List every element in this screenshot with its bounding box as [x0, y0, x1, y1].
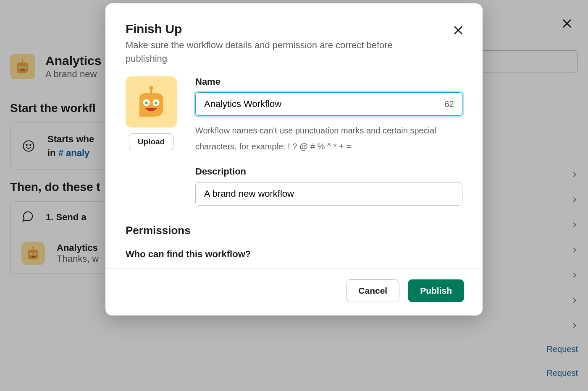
upload-icon-button[interactable]: Upload: [129, 133, 173, 150]
cancel-button[interactable]: Cancel: [346, 279, 399, 302]
svg-point-22: [145, 102, 148, 104]
publish-button[interactable]: Publish: [408, 279, 464, 302]
name-helper-text: Workflow names can't use punctuation mar…: [195, 123, 462, 154]
permissions-question: Who can find this workflow?: [126, 249, 462, 260]
svg-rect-20: [150, 88, 152, 94]
finish-up-modal: Finish Up Make sure the workflow details…: [105, 3, 483, 315]
modal-footer: Cancel Publish: [105, 268, 483, 315]
description-label: Description: [195, 166, 462, 177]
workflow-description-input[interactable]: [195, 182, 462, 206]
close-modal-button[interactable]: [452, 24, 464, 38]
svg-point-24: [155, 102, 158, 104]
workflow-icon-preview: [126, 76, 177, 128]
char-remaining: 62: [445, 99, 454, 109]
modal-title: Finish Up: [126, 22, 462, 36]
name-label: Name: [195, 76, 462, 87]
workflow-name-input[interactable]: [195, 92, 462, 116]
permissions-heading: Permissions: [126, 224, 462, 237]
modal-subtitle: Make sure the workflow details and permi…: [126, 39, 394, 65]
